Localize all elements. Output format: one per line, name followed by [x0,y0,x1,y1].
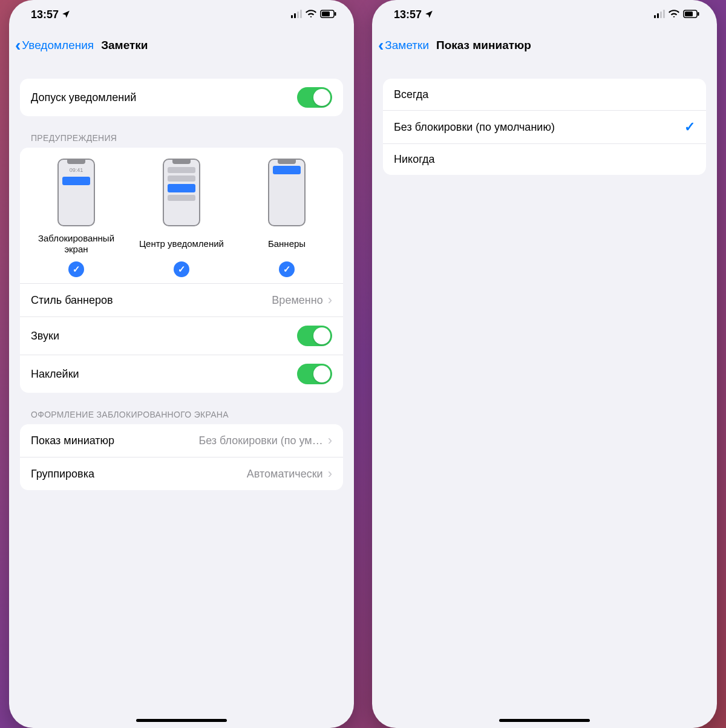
banner-style-label: Стиль баннеров [31,294,113,307]
location-icon [425,8,433,21]
content: Допуск уведомлений ПРЕДУПРЕЖДЕНИЯ 09:41 … [9,62,354,728]
preview-lockscreen-check[interactable]: ✓ [68,261,84,277]
phone-right: 13:57 ‹ Заметки Показ миниатюр Всегда [372,0,717,728]
nav-header: ‹ Заметки Показ миниатюр [372,29,717,62]
home-indicator[interactable] [499,719,590,722]
preview-banners-label: Баннеры [268,232,306,255]
checkmark-icon: ✓ [684,119,695,135]
show-previews-value: Без блокировки (по ум… [198,435,322,447]
chevron-right-icon: › [328,292,332,308]
status-right [654,8,700,21]
banner-style-value: Временно [272,294,322,307]
home-indicator[interactable] [136,719,227,722]
banners-device-icon [268,159,306,226]
option-unlocked-label: Без блокировки (по умолчанию) [394,121,555,134]
svg-rect-1 [322,11,330,16]
page-title: Показ миниатюр [436,39,531,52]
sounds-row[interactable]: Звуки [20,316,343,355]
cellular-signal-icon [291,11,302,18]
chevron-right-icon: › [328,466,332,482]
sounds-label: Звуки [31,330,59,343]
status-time: 13:57 [394,8,422,21]
show-previews-row[interactable]: Показ миниатюр Без блокировки (по ум… › [20,424,343,457]
status-right [291,8,337,21]
battery-icon [683,8,700,21]
preview-banners-check[interactable]: ✓ [279,261,295,277]
status-bar: 13:57 [9,0,354,29]
chevron-left-icon: ‹ [378,37,384,54]
wifi-icon [306,8,316,21]
banner-style-row[interactable]: Стиль баннеров Временно › [20,283,343,316]
svg-rect-2 [335,12,336,16]
status-time-group: 13:57 [31,8,70,21]
location-icon [62,8,70,21]
preview-options-group: Всегда Без блокировки (по умолчанию) ✓ Н… [383,79,706,175]
lockscreen-preview-time: 09:41 [59,167,94,173]
show-previews-label: Показ миниатюр [31,435,114,447]
phone-left: 13:57 ‹ Уведомления Заметки Допуск уведо… [9,0,354,728]
lockscreen-device-icon: 09:41 [57,159,95,226]
svg-rect-4 [685,11,693,16]
alerts-group: 09:41 Заблокированный экран ✓ Центр увед [20,148,343,393]
lockscreen-group: Показ миниатюр Без блокировки (по ум… › … [20,424,343,490]
badges-row[interactable]: Наклейки [20,355,343,393]
back-button[interactable]: ‹ Уведомления [15,37,94,54]
preview-notifcenter[interactable]: Центр уведомлений ✓ [139,159,224,277]
option-unlocked[interactable]: Без блокировки (по умолчанию) ✓ [383,110,706,143]
preview-notifcenter-check[interactable]: ✓ [174,261,189,277]
cellular-signal-icon [654,11,665,18]
alert-previews: 09:41 Заблокированный экран ✓ Центр увед [20,148,343,283]
back-label: Уведомления [22,39,94,52]
allow-group: Допуск уведомлений [20,79,343,116]
status-bar: 13:57 [372,0,717,29]
nav-header: ‹ Уведомления Заметки [9,29,354,62]
svg-rect-5 [698,12,699,16]
option-always-label: Всегда [394,88,428,101]
grouping-value: Автоматически [247,468,323,480]
lockscreen-section-header: ОФОРМЛЕНИЕ ЗАБЛОКИРОВАННОГО ЭКРАНА [20,393,343,424]
status-time-group: 13:57 [394,8,433,21]
notifcenter-device-icon [163,159,200,226]
preview-lockscreen[interactable]: 09:41 Заблокированный экран ✓ [34,159,119,277]
chevron-right-icon: › [328,433,332,448]
sounds-toggle[interactable] [297,326,332,346]
page-title: Заметки [101,39,148,52]
allow-toggle[interactable] [297,87,332,108]
status-time: 13:57 [31,8,59,21]
content: Всегда Без блокировки (по умолчанию) ✓ Н… [372,62,717,728]
allow-notifications-row[interactable]: Допуск уведомлений [20,79,343,116]
option-never[interactable]: Никогда [383,143,706,175]
preview-banners[interactable]: Баннеры ✓ [244,159,329,277]
option-never-label: Никогда [394,153,434,166]
preview-lockscreen-label: Заблокированный экран [34,232,119,255]
preview-notifcenter-label: Центр уведомлений [139,232,224,255]
wifi-icon [669,8,679,21]
back-button[interactable]: ‹ Заметки [378,37,429,54]
alerts-section-header: ПРЕДУПРЕЖДЕНИЯ [20,116,343,148]
option-always[interactable]: Всегда [383,79,706,110]
grouping-label: Группировка [31,468,94,480]
grouping-row[interactable]: Группировка Автоматически › [20,457,343,490]
badges-label: Наклейки [31,368,79,381]
battery-icon [320,8,337,21]
allow-label: Допуск уведомлений [31,91,136,104]
back-label: Заметки [385,39,429,52]
chevron-left-icon: ‹ [15,37,21,54]
badges-toggle[interactable] [297,364,332,384]
